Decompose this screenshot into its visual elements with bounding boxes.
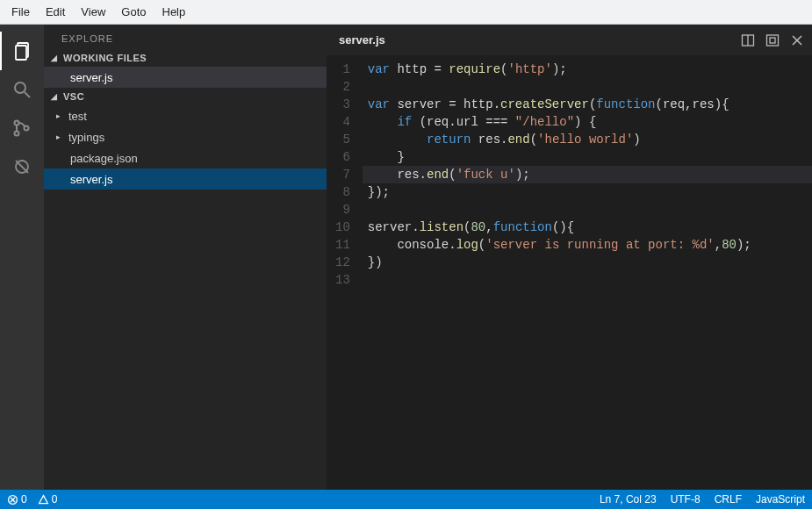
working-file-item[interactable]: server.js — [44, 67, 327, 88]
git-icon[interactable] — [0, 109, 44, 147]
editor-tab[interactable]: server.js — [339, 33, 385, 47]
status-language[interactable]: JavaScript — [756, 493, 805, 505]
menu-help[interactable]: Help — [154, 2, 194, 22]
close-editor-icon[interactable] — [787, 31, 807, 50]
svg-rect-1 — [16, 46, 26, 60]
tree-item-label: server.js — [70, 173, 112, 186]
chevron-down-icon: ◢ — [51, 54, 63, 62]
chevron-right-icon: ▸ — [56, 133, 68, 141]
sidebar-title: EXPLORE — [44, 25, 327, 49]
svg-point-2 — [15, 82, 25, 93]
file-item[interactable]: server.js — [44, 168, 327, 190]
status-eol[interactable]: CRLF — [715, 493, 742, 505]
project-header[interactable]: ◢ VSC — [44, 88, 327, 105]
line-gutter: 12345678910111213 — [327, 55, 363, 294]
explorer-icon[interactable] — [0, 32, 44, 70]
status-cursor[interactable]: Ln 7, Col 23 — [600, 493, 657, 505]
code-line[interactable]: } — [363, 148, 812, 166]
code-line[interactable]: server.listen(80,function(){ — [363, 219, 812, 236]
menu-view[interactable]: View — [73, 2, 113, 22]
svg-rect-11 — [767, 35, 779, 46]
activity-bar — [0, 25, 44, 490]
code-line[interactable]: }); — [363, 183, 812, 201]
code-line[interactable] — [363, 201, 812, 219]
editor: server.js 12345678910111213 var http = r… — [327, 25, 812, 490]
svg-point-5 — [15, 132, 19, 136]
code-line[interactable] — [363, 78, 812, 96]
tree-item-label: typings — [68, 131, 104, 144]
code-line[interactable]: }) — [363, 254, 812, 271]
code-line[interactable]: console.log('server is running at port: … — [363, 236, 812, 254]
folder-item[interactable]: ▸typings — [44, 126, 327, 147]
tree-item-label: package.json — [70, 152, 138, 165]
status-encoding[interactable]: UTF-8 — [671, 493, 701, 505]
file-item[interactable]: package.json — [44, 147, 327, 168]
status-bar: 0 0 Ln 7, Col 23 UTF-8 CRLF JavaScript — [0, 490, 812, 509]
more-icon[interactable] — [763, 31, 782, 50]
code-line[interactable]: var server = http.createServer(function(… — [363, 96, 812, 113]
status-warnings[interactable]: 0 — [38, 493, 58, 505]
debug-icon[interactable] — [0, 147, 44, 186]
status-errors[interactable]: 0 — [7, 493, 27, 505]
menu-file[interactable]: File — [4, 2, 38, 22]
code-line[interactable]: if (req.url === "/hello") { — [363, 113, 812, 131]
menu-edit[interactable]: Edit — [38, 2, 73, 22]
search-icon[interactable] — [0, 70, 44, 109]
svg-rect-12 — [770, 38, 775, 43]
svg-point-4 — [15, 121, 19, 125]
svg-line-3 — [25, 92, 30, 97]
code-line[interactable]: return res.end('hello world') — [363, 131, 812, 148]
tree-item-label: test — [68, 110, 87, 123]
code-lines[interactable]: var http = require('http'); var server =… — [363, 55, 812, 294]
chevron-right-icon: ▸ — [56, 111, 68, 120]
split-editor-icon[interactable] — [738, 31, 758, 50]
working-files-label: WORKING FILES — [63, 53, 147, 63]
svg-point-6 — [25, 126, 29, 131]
code-line[interactable] — [363, 271, 812, 289]
working-files-header[interactable]: ◢ WORKING FILES — [44, 49, 327, 67]
code-area[interactable]: 12345678910111213 var http = require('ht… — [327, 55, 812, 294]
menubar: File Edit View Goto Help — [0, 0, 812, 25]
file-label: server.js — [70, 71, 112, 84]
menu-goto[interactable]: Goto — [113, 2, 154, 22]
chevron-down-icon: ◢ — [51, 92, 63, 101]
code-line[interactable]: var http = require('http'); — [363, 61, 812, 78]
code-line[interactable]: res.end('fuck u'); — [363, 166, 812, 183]
folder-item[interactable]: ▸test — [44, 105, 327, 126]
project-label: VSC — [63, 91, 84, 102]
sidebar: EXPLORE ◢ WORKING FILES server.js ◢ VSC … — [44, 25, 327, 490]
editor-tabbar: server.js — [327, 25, 812, 55]
